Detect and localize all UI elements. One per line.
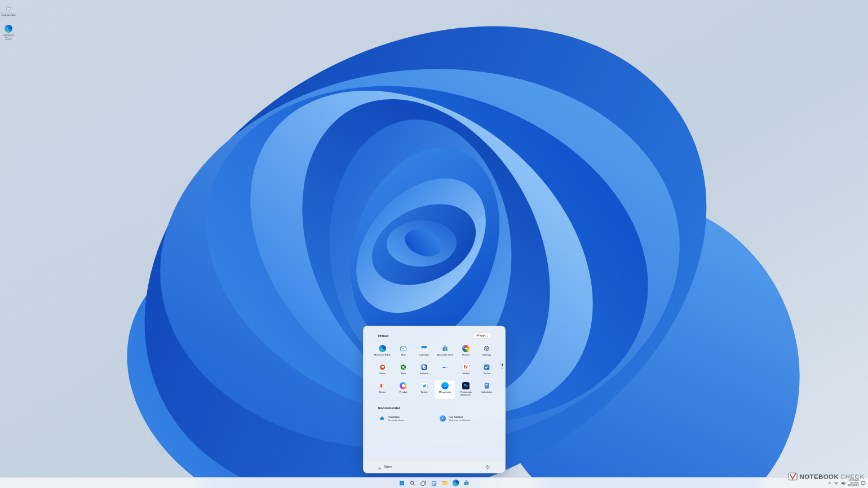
taskbar-clock[interactable]: 10:56 AM Tuesday 6/15/2021 (848, 479, 858, 487)
pinned-app-xbox[interactable]: Xbox (393, 362, 414, 380)
netflix-icon: N (462, 363, 470, 371)
pinned-app-label: Settings (477, 353, 497, 356)
power-icon (485, 464, 490, 469)
pinned-app-photoshop-elements[interactable]: Ps Photoshop Elements (455, 380, 476, 399)
news-icon (379, 382, 386, 389)
network-button[interactable] (834, 481, 839, 486)
user-avatar (377, 464, 382, 469)
pinned-app-label: Mail (393, 353, 413, 356)
microsoft-edge-icon (379, 345, 386, 352)
pinned-app-label: To Do (477, 372, 497, 375)
pinned-app-photos[interactable]: Photos (455, 343, 476, 362)
pinned-app-label: Microsoft Store (435, 353, 455, 356)
pinned-app-messenger[interactable]: Messenger (435, 380, 455, 399)
wifi-icon (834, 481, 839, 486)
office-icon (379, 363, 386, 371)
pinned-app-label: News (373, 391, 392, 393)
pinned-app-to-do[interactable]: To Do (476, 362, 497, 380)
photoshop-elements-icon: Ps (462, 382, 470, 389)
recommended-item-onedrive[interactable]: OneDrive Recently added (376, 413, 435, 424)
file-explorer-button[interactable] (441, 479, 449, 487)
pinned-app-label: Photoshop Elements (456, 391, 476, 396)
twitter-icon (420, 382, 428, 389)
user-profile-button[interactable]: Naren (377, 464, 392, 469)
windows-logo-icon (399, 480, 405, 486)
twitter-bird-icon (422, 383, 427, 389)
pinned-app-label: Messenger (435, 391, 455, 393)
photos-icon (462, 345, 470, 352)
pinned-app-calendar[interactable]: Calendar (414, 343, 435, 362)
pinned-app-label: Microsoft Edge (373, 353, 392, 356)
user-name: Naren (384, 465, 392, 468)
clock-date: 6/15/2021 (848, 484, 858, 487)
pinned-app-mail[interactable]: Mail (393, 343, 414, 362)
pinned-app-label: Xbox (393, 372, 413, 375)
page-dot[interactable] (502, 368, 503, 369)
chevron-up-icon (827, 481, 832, 485)
page-dot-active[interactable] (502, 363, 503, 366)
start-menu-header: Pinned All apps › (378, 332, 491, 339)
pinned-app-label: Netflix (456, 372, 476, 375)
tray-overflow-button[interactable] (827, 481, 832, 485)
pinned-app-calculator[interactable]: Calculator (476, 380, 497, 399)
widgets-button[interactable] (430, 479, 439, 487)
calendar-icon (420, 345, 428, 352)
calculator-icon (483, 382, 490, 389)
all-apps-button[interactable]: All apps › (473, 332, 491, 339)
pinned-app-label: PicsArt (393, 391, 413, 393)
start-button[interactable] (398, 479, 406, 487)
pinned-header: Pinned (378, 334, 388, 338)
microsoft-store-icon (441, 345, 449, 352)
pinned-app-pending-download[interactable] (435, 362, 455, 380)
pinned-app-solitaire[interactable]: Solitaire (414, 362, 435, 380)
system-tray: 10:56 AM Tuesday 6/15/2021 (827, 478, 866, 488)
store-button[interactable] (462, 479, 471, 487)
recycle-bin-icon (4, 3, 13, 12)
task-view-icon (420, 480, 427, 486)
desktop-icon-recycle-bin[interactable]: Recycle Bin (0, 3, 20, 16)
photoshop-ps-glyph: Ps (464, 384, 468, 388)
pinned-app-label: Calculator (477, 391, 497, 393)
to-do-icon (483, 363, 490, 371)
microsoft-edge-icon (5, 25, 12, 33)
desktop-icon-label: Microsoft Edge (1, 33, 16, 39)
pinned-app-label: Twitter (414, 391, 434, 393)
pinned-app-news[interactable]: News (372, 380, 393, 399)
pinned-app-office[interactable]: Office (372, 362, 393, 380)
pinned-apps-grid: Microsoft Edge Mail Calendar (372, 343, 497, 399)
get-started-icon (440, 415, 446, 422)
notification-bubble-icon (861, 481, 866, 486)
pinned-app-label: Photos (456, 353, 476, 356)
edge-browser-button[interactable] (451, 479, 460, 487)
search-button[interactable] (409, 479, 417, 487)
pinned-app-label: Calendar (414, 353, 434, 356)
pinned-app-microsoft-edge[interactable]: Microsoft Edge (372, 343, 393, 362)
pinned-app-label: Solitaire (414, 372, 434, 375)
pinned-app-netflix[interactable]: N Netflix (455, 362, 476, 380)
recommended-item-get-started[interactable]: Get Started Welcome to Windows (437, 413, 495, 424)
file-explorer-folder-icon (441, 480, 448, 486)
pinned-pagination[interactable] (502, 363, 503, 369)
recommended-item-subtitle: Recently added (388, 419, 404, 422)
start-menu-footer: Naren (364, 460, 505, 473)
notification-center-button[interactable] (861, 481, 866, 486)
pinned-app-microsoft-store[interactable]: Microsoft Store (435, 343, 455, 362)
desktop-icon-microsoft-edge[interactable]: Microsoft Edge (0, 25, 20, 39)
microsoft-store-icon (463, 480, 470, 486)
power-button[interactable] (484, 463, 491, 471)
pinned-app-settings[interactable]: Settings (476, 343, 497, 362)
chevron-right-icon: › (487, 335, 488, 337)
search-icon (410, 480, 416, 486)
recommended-list: OneDrive Recently added Get Started Welc… (376, 413, 495, 424)
onedrive-cloud-icon (379, 415, 385, 422)
taskbar-center-group (398, 478, 471, 488)
pinned-app-twitter[interactable]: Twitter (414, 380, 435, 399)
netflix-n-glyph: N (464, 365, 468, 370)
pinned-app-picsart[interactable]: PicsArt (393, 380, 414, 399)
volume-button[interactable] (841, 481, 846, 486)
desktop-icon-label: Recycle Bin (1, 13, 15, 16)
speaker-icon (841, 481, 846, 486)
task-view-button[interactable] (419, 479, 428, 487)
start-menu: Pinned All apps › Microsoft Edge Mail Ca… (363, 326, 506, 473)
download-progress-icon (442, 367, 448, 368)
